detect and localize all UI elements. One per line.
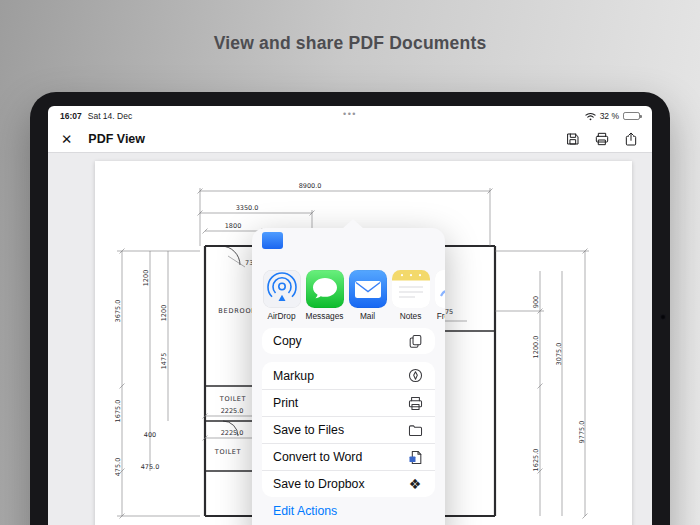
share-action-save-to-dropbox[interactable]: Save to Dropbox ❖ (262, 470, 435, 497)
share-app-freeform[interactable]: Freeform (432, 270, 445, 334)
plan-label-3675: 3675.0 (114, 300, 122, 323)
notes-icon (392, 270, 430, 308)
share-app-notes[interactable]: Notes (389, 270, 432, 334)
share-sheet: AirDrop Messages (252, 228, 445, 525)
plan-label-1200-c: 1200.0 (532, 336, 540, 359)
status-bar: 16:07 Sat 14. Dec ••• 32 % (48, 106, 652, 126)
status-left: 16:07 Sat 14. Dec (60, 111, 132, 121)
toolbar-actions (565, 131, 639, 147)
share-action-markup[interactable]: Markup (262, 362, 435, 389)
printer-icon (406, 394, 424, 412)
app-label: Mail (360, 311, 375, 321)
plan-label-3350: 3350.0 (236, 204, 259, 212)
close-icon[interactable]: ✕ (61, 131, 72, 147)
edit-actions-link[interactable]: Edit Actions (273, 504, 337, 518)
markup-icon (406, 367, 424, 385)
popover-arrow (342, 219, 364, 229)
status-time: 16:07 (60, 111, 82, 121)
pdf-toolbar: ✕ PDF View (48, 126, 652, 153)
word-document-icon (406, 448, 424, 466)
share-button[interactable] (623, 131, 639, 147)
plan-label-2225-b: 2225.0 (221, 429, 244, 437)
action-label: Convert to Word (273, 450, 362, 464)
save-icon (565, 131, 581, 147)
action-label: Copy (273, 334, 302, 348)
app-label: AirDrop (267, 311, 295, 321)
plan-label-1625: 1625.0 (532, 449, 540, 472)
app-label: Freeform (437, 311, 445, 321)
share-action-group-1: Copy (262, 328, 435, 354)
dropbox-icon: ❖ (406, 475, 424, 493)
share-app-airdrop[interactable]: AirDrop (260, 270, 303, 334)
plan-label-1200-a: 1200 (142, 270, 150, 287)
plan-label-400: 400 (144, 431, 156, 439)
plan-label-3075: 3075.0 (555, 343, 563, 366)
share-apps-row: AirDrop Messages (260, 270, 445, 334)
messages-icon (306, 270, 344, 308)
printer-icon (594, 131, 610, 147)
plan-label-1200-b: 1200 (160, 305, 168, 322)
share-app-mail[interactable]: Mail (346, 270, 389, 334)
page-title: PDF View (88, 132, 145, 146)
document-thumbnail-icon (262, 232, 283, 249)
plan-label-2225-a: 2225.0 (221, 407, 244, 415)
share-action-convert-to-word[interactable]: Convert to Word (262, 443, 435, 470)
wifi-icon (585, 112, 596, 121)
plan-label-900: 900 (532, 296, 540, 308)
print-button[interactable] (594, 131, 610, 147)
save-button[interactable] (565, 131, 581, 147)
copy-icon (406, 332, 424, 350)
plan-label-475-left: 475.0 (114, 458, 122, 477)
share-icon (623, 131, 639, 147)
share-action-group-2: Markup Print Save to Files (262, 362, 435, 497)
app-label: Messages (306, 311, 344, 321)
share-action-print[interactable]: Print (262, 389, 435, 416)
multitask-dots: ••• (343, 109, 357, 119)
share-app-messages[interactable]: Messages (303, 270, 346, 334)
folder-icon (406, 421, 424, 439)
plan-label-total-height: 9775.0 (578, 421, 586, 444)
plan-label-1675: 1675.0 (114, 400, 122, 423)
plan-room-toilet-b: TOILET (214, 448, 241, 456)
action-label: Save to Dropbox (273, 477, 365, 491)
plan-label-1800: 1800 (225, 222, 242, 230)
plan-label-1475: 1475 (160, 353, 168, 370)
airdrop-icon (263, 270, 301, 308)
plan-label-total-width: 8900.0 (299, 182, 322, 190)
plan-room-toilet-a: TOILET (219, 395, 246, 403)
share-action-save-to-files[interactable]: Save to Files (262, 416, 435, 443)
mail-icon (349, 270, 387, 308)
status-right: 32 % (585, 111, 640, 121)
action-label: Save to Files (273, 423, 344, 437)
freeform-icon (435, 270, 446, 308)
slide-title: View and share PDF Documents (214, 33, 487, 54)
slide-header: View and share PDF Documents (0, 0, 700, 86)
plan-label-475-b: 475.0 (141, 463, 160, 471)
app-label: Notes (400, 311, 422, 321)
ipad-device-frame: 16:07 Sat 14. Dec ••• 32 % (30, 92, 670, 525)
camera-dot (660, 314, 666, 320)
action-label: Print (273, 396, 298, 410)
status-date: Sat 14. Dec (88, 111, 132, 121)
battery-percent: 32 % (600, 111, 619, 121)
share-action-copy[interactable]: Copy (262, 328, 435, 354)
action-label: Markup (273, 369, 314, 383)
marketing-slide: View and share PDF Documents 16:07 Sat 1… (0, 0, 700, 525)
ipad-screen: 16:07 Sat 14. Dec ••• 32 % (48, 106, 652, 525)
battery-icon (623, 112, 640, 120)
